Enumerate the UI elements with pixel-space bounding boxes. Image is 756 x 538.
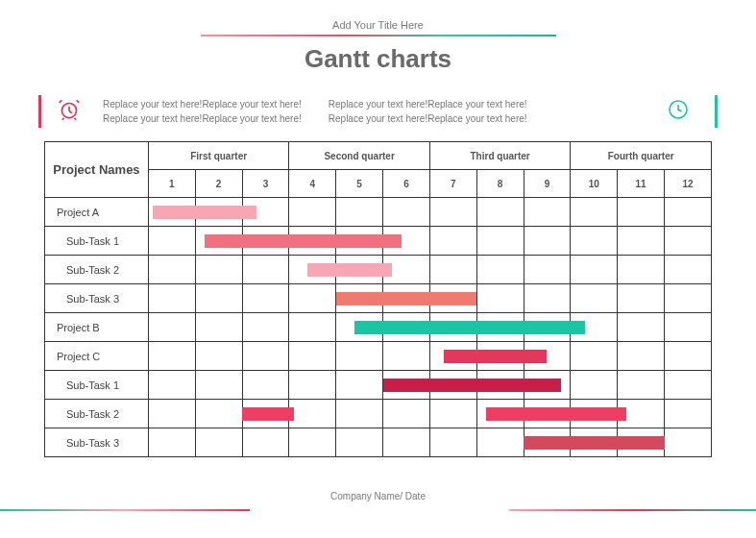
table-row: Sub-Task 2 [45, 256, 712, 284]
month-header: 6 [383, 170, 430, 198]
desc-line: Replace your text here!Replace your text… [329, 97, 527, 111]
gantt-cell [665, 313, 712, 342]
row-label: Sub-Task 1 [45, 227, 149, 256]
gantt-cell [336, 400, 383, 428]
top-divider [201, 35, 556, 37]
quarter-header: Fourth quarter [571, 142, 712, 170]
month-header: 2 [195, 170, 242, 198]
gantt-cell [618, 256, 665, 284]
gantt-cell [336, 198, 383, 227]
gantt-cell [242, 371, 289, 400]
gantt-cell [524, 256, 571, 284]
month-header: 1 [148, 170, 195, 198]
gantt-cell [665, 256, 712, 284]
names-header: Project Names [45, 142, 149, 198]
gantt-cell [618, 428, 665, 457]
gantt-cell [195, 400, 242, 428]
gantt-cell [665, 400, 712, 428]
desc-line: Replace your text here!Replace your text… [329, 111, 527, 126]
gantt-cell [148, 400, 195, 428]
gantt-cell [383, 227, 430, 256]
gantt-table: Project Names First quarter Second quart… [44, 141, 712, 457]
gantt-cell [429, 342, 476, 371]
main-title: Gantt charts [38, 44, 718, 74]
gantt-cell [524, 400, 571, 428]
gantt-cell [571, 342, 618, 371]
gantt-cell [195, 198, 242, 227]
description-text: Replace your text here!Replace your text… [103, 97, 667, 126]
gantt-cell [289, 400, 336, 428]
row-label: Sub-Task 3 [45, 284, 149, 313]
month-header: 11 [618, 170, 665, 198]
gantt-cell [476, 256, 524, 284]
gantt-cell [289, 198, 336, 227]
gantt-cell [618, 313, 665, 342]
gantt-cell [383, 400, 430, 428]
gantt-cell [665, 198, 712, 227]
row-label: Project B [45, 313, 149, 342]
gantt-cell [336, 256, 383, 284]
month-header: 8 [476, 170, 524, 198]
gantt-cell [148, 256, 195, 284]
alarm-clock-icon [57, 97, 82, 126]
gantt-cell [618, 284, 665, 313]
gantt-cell [524, 227, 571, 256]
gantt-cell [429, 256, 476, 284]
gantt-cell [476, 313, 524, 342]
row-label: Project A [45, 198, 149, 227]
gantt-cell [336, 371, 383, 400]
gantt-cell [336, 428, 383, 457]
table-row: Sub-Task 2 [45, 400, 712, 428]
footer-text: Company Name/ Date [0, 491, 756, 501]
description-bar: Replace your text here!Replace your text… [38, 89, 718, 141]
gantt-cell [148, 284, 195, 313]
gantt-cell [524, 342, 571, 371]
gantt-cell [336, 342, 383, 371]
top-subtitle: Add Your Title Here [38, 19, 718, 31]
table-row: Sub-Task 1 [45, 371, 712, 400]
month-header: 12 [665, 170, 712, 198]
row-label: Sub-Task 1 [45, 371, 149, 400]
month-header: 5 [336, 170, 383, 198]
gantt-cell [571, 284, 618, 313]
gantt-cell [476, 428, 524, 457]
gantt-cell [429, 313, 476, 342]
table-row: Project C [45, 342, 712, 371]
gantt-cell [383, 342, 430, 371]
gantt-cell [148, 371, 195, 400]
gantt-cell [289, 342, 336, 371]
quarter-header: First quarter [148, 142, 288, 170]
accent-left [38, 95, 41, 128]
gantt-cell [476, 400, 524, 428]
gantt-cell [242, 313, 289, 342]
desc-line: Replace your text here!Replace your text… [103, 97, 302, 111]
gantt-cell [618, 342, 665, 371]
gantt-cell [289, 256, 336, 284]
gantt-cell [242, 198, 289, 227]
accent-right [715, 95, 718, 128]
gantt-cell [148, 227, 195, 256]
gantt-cell [665, 371, 712, 400]
gantt-cell [524, 371, 571, 400]
gantt-cell [618, 198, 665, 227]
gantt-cell [571, 227, 618, 256]
quarter-header: Third quarter [429, 142, 570, 170]
row-label: Sub-Task 3 [45, 428, 149, 457]
gantt-cell [383, 371, 430, 400]
table-row: Project B [45, 313, 712, 342]
gantt-cell [476, 284, 524, 313]
row-label: Project C [45, 342, 149, 371]
gantt-cell [571, 428, 618, 457]
gantt-cell [242, 400, 289, 428]
gantt-cell [383, 198, 430, 227]
gantt-cell [242, 256, 289, 284]
gantt-cell [476, 342, 524, 371]
gantt-cell [195, 428, 242, 457]
gantt-cell [476, 371, 524, 400]
gantt-cell [336, 227, 383, 256]
gantt-cell [383, 284, 430, 313]
row-label: Sub-Task 2 [45, 400, 149, 428]
gantt-cell [148, 342, 195, 371]
gantt-cell [195, 256, 242, 284]
gantt-cell [665, 284, 712, 313]
